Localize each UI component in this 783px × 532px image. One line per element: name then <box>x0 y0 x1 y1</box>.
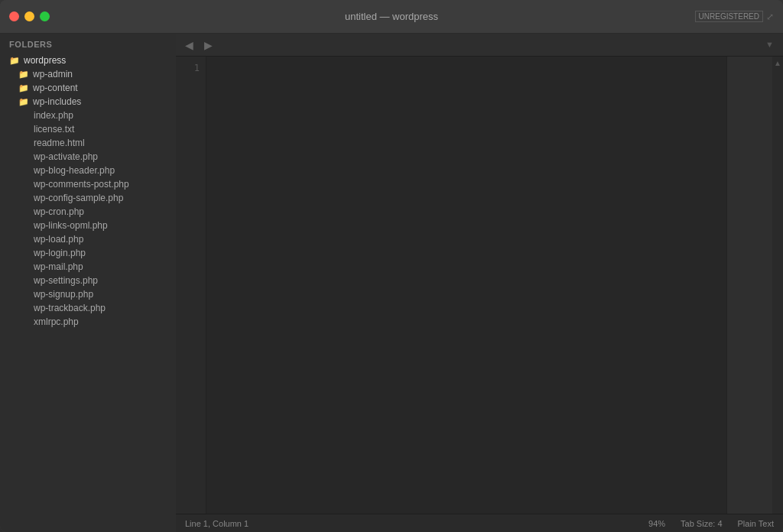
file-xmlrpc-php-label: xmlrpc.php <box>34 316 79 327</box>
zoom-level: 94% <box>648 519 665 528</box>
title-bar: untitled — wordpress UNREGISTERED ⤢ <box>0 0 783 34</box>
right-scrollbar[interactable]: ▲ <box>772 57 783 514</box>
folder-wordpress[interactable]: 📁 wordpress <box>0 54 176 67</box>
file-index-php[interactable]: index.php <box>0 109 176 122</box>
editor-textarea[interactable] <box>206 57 726 514</box>
window-controls[interactable] <box>9 11 50 21</box>
sidebar-header: FOLDERS <box>0 34 176 54</box>
file-wp-config-sample-php-label: wp-config-sample.php <box>34 193 123 203</box>
nav-arrows: ◀ ▶ <box>182 38 216 52</box>
unregistered-label: UNREGISTERED <box>695 11 763 22</box>
folder-closed-icon: 📁 <box>18 83 29 93</box>
file-wp-activate-php-label: wp-activate.php <box>34 151 98 162</box>
file-wp-signup-php-label: wp-signup.php <box>34 289 93 300</box>
folder-wp-admin-label: wp-admin <box>33 69 73 79</box>
file-wp-load-php[interactable]: wp-load.php <box>0 232 176 246</box>
maximize-button[interactable] <box>40 11 50 21</box>
file-wp-comments-post-php-label: wp-comments-post.php <box>34 179 129 190</box>
status-bar: Line 1, Column 1 94% Tab Size: 4 Plain T… <box>176 514 783 532</box>
line-numbers: 1 <box>176 57 206 514</box>
file-readme-html[interactable]: readme.html <box>0 136 176 150</box>
file-xmlrpc-php[interactable]: xmlrpc.php <box>0 315 176 329</box>
file-wp-cron-php[interactable]: wp-cron.php <box>0 205 176 219</box>
folder-closed-icon: 📁 <box>18 70 29 79</box>
file-wp-links-opml-php[interactable]: wp-links-opml.php <box>0 219 176 232</box>
unregistered-badge: UNREGISTERED ⤢ <box>695 11 774 22</box>
file-wp-blog-header-php-label: wp-blog-header.php <box>34 165 115 176</box>
main-container: FOLDERS 📁 wordpress 📁 wp-admin 📁 wp-cont… <box>0 34 783 532</box>
resize-icon: ⤢ <box>766 11 774 22</box>
folder-wp-includes[interactable]: 📁 wp-includes <box>0 95 176 109</box>
file-wp-login-php[interactable]: wp-login.php <box>0 246 176 260</box>
folder-wp-content[interactable]: 📁 wp-content <box>0 81 176 95</box>
folder-open-icon: 📁 <box>9 56 20 66</box>
forward-arrow-button[interactable]: ▶ <box>201 38 216 52</box>
file-wp-links-opml-php-label: wp-links-opml.php <box>34 220 108 231</box>
minimize-button[interactable] <box>24 11 34 21</box>
editor-area: ◀ ▶ ▼ 1 ▲ Line 1, Column 1 <box>176 34 783 532</box>
line-number-1: 1 <box>176 61 200 75</box>
file-readme-html-label: readme.html <box>34 138 85 148</box>
sidebar: FOLDERS 📁 wordpress 📁 wp-admin 📁 wp-cont… <box>0 34 176 532</box>
folder-wordpress-label: wordpress <box>24 55 66 66</box>
editor-content: 1 ▲ <box>176 57 783 514</box>
file-wp-settings-php-label: wp-settings.php <box>34 275 98 286</box>
editor-toolbar: ◀ ▶ ▼ <box>176 34 783 57</box>
file-wp-login-php-label: wp-login.php <box>34 248 86 258</box>
file-wp-signup-php[interactable]: wp-signup.php <box>0 287 176 301</box>
folder-wp-includes-label: wp-includes <box>33 96 81 107</box>
file-wp-mail-php-label: wp-mail.php <box>34 261 83 272</box>
tab-size: Tab Size: 4 <box>681 519 722 528</box>
dropdown-arrow-button[interactable]: ▼ <box>762 39 777 50</box>
folder-wp-content-label: wp-content <box>33 83 78 93</box>
file-wp-config-sample-php[interactable]: wp-config-sample.php <box>0 191 176 205</box>
file-wp-blog-header-php[interactable]: wp-blog-header.php <box>0 164 176 177</box>
status-right: 94% Tab Size: 4 Plain Text <box>648 519 774 528</box>
file-license-txt[interactable]: license.txt <box>0 122 176 136</box>
file-index-php-label: index.php <box>34 110 73 121</box>
back-arrow-button[interactable]: ◀ <box>182 38 197 52</box>
window-title: untitled — wordpress <box>345 11 438 22</box>
file-wp-load-php-label: wp-load.php <box>34 234 83 245</box>
minimap <box>726 57 772 514</box>
sidebar-content: 📁 wordpress 📁 wp-admin 📁 wp-content 📁 wp… <box>0 54 176 532</box>
folder-closed-icon: 📁 <box>18 97 29 107</box>
folder-wp-admin[interactable]: 📁 wp-admin <box>0 67 176 81</box>
file-wp-trackback-php[interactable]: wp-trackback.php <box>0 301 176 315</box>
scroll-up-icon[interactable]: ▲ <box>774 58 781 69</box>
file-license-txt-label: license.txt <box>34 124 74 135</box>
syntax-type: Plain Text <box>738 519 775 528</box>
file-wp-mail-php[interactable]: wp-mail.php <box>0 260 176 274</box>
file-wp-cron-php-label: wp-cron.php <box>34 206 84 217</box>
file-wp-settings-php[interactable]: wp-settings.php <box>0 274 176 287</box>
file-wp-activate-php[interactable]: wp-activate.php <box>0 150 176 164</box>
file-wp-trackback-php-label: wp-trackback.php <box>34 303 106 313</box>
close-button[interactable] <box>9 11 19 21</box>
file-wp-comments-post-php[interactable]: wp-comments-post.php <box>0 177 176 191</box>
cursor-position: Line 1, Column 1 <box>185 519 249 528</box>
